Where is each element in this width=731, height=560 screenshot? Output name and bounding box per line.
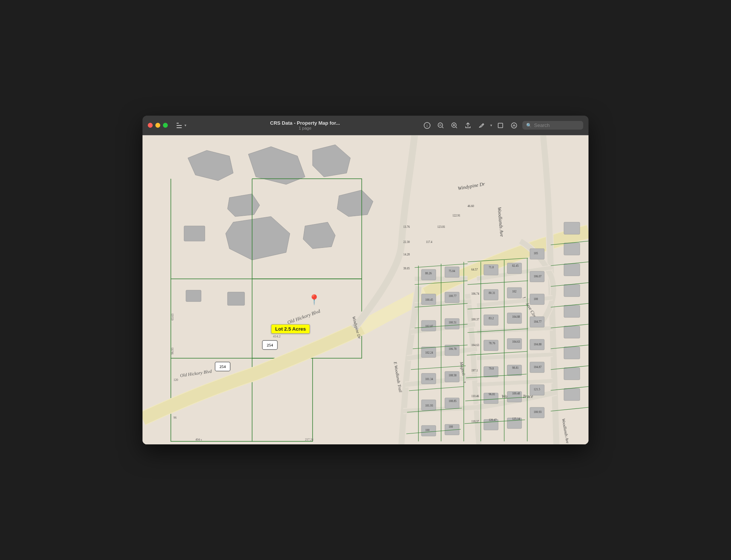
svg-text:80.31: 80.31	[489, 291, 495, 295]
svg-text:106.74: 106.74	[471, 292, 479, 295]
crop-button[interactable]	[495, 120, 506, 131]
minimize-button[interactable]	[155, 123, 160, 128]
svg-text:46.60: 46.60	[468, 204, 474, 208]
svg-text:105: 105	[534, 252, 538, 255]
svg-text:254: 254	[220, 364, 226, 369]
svg-text:96.81: 96.81	[489, 393, 495, 396]
svg-text:254: 254	[267, 343, 273, 347]
svg-text:104.77: 104.77	[534, 320, 542, 323]
svg-text:100.77: 100.77	[449, 294, 457, 298]
info-icon: i	[424, 122, 431, 129]
svg-rect-20	[184, 226, 205, 241]
svg-text:108.85: 108.85	[449, 399, 457, 403]
svg-text:100.37: 100.37	[471, 318, 479, 321]
svg-text:98.81: 98.81	[512, 366, 519, 370]
close-button[interactable]	[148, 123, 153, 128]
markup-icon	[511, 122, 517, 129]
svg-text:63.63: 63.63	[171, 314, 174, 320]
svg-text:100.51: 100.51	[449, 321, 457, 324]
svg-text:i: i	[427, 124, 428, 128]
svg-rect-103	[564, 388, 580, 401]
svg-text:414.2: 414.2	[273, 334, 280, 338]
svg-text:100.45: 100.45	[425, 298, 433, 302]
svg-rect-98	[564, 285, 580, 297]
pen-chevron-icon[interactable]: ▾	[490, 123, 492, 127]
map-svg: 254 254 Windypine Dr	[142, 135, 589, 444]
search-bar[interactable]: 🔍	[522, 121, 583, 130]
svg-text:102.24: 102.24	[425, 351, 433, 354]
svg-text:104.63: 104.63	[471, 343, 479, 347]
svg-text:100.93: 100.93	[534, 410, 542, 414]
svg-text:100: 100	[425, 429, 430, 432]
svg-text:121.5: 121.5	[534, 388, 540, 391]
svg-rect-21	[186, 290, 201, 302]
svg-text:120: 120	[173, 378, 178, 382]
svg-line-8	[456, 127, 457, 128]
zoom-out-icon	[437, 122, 444, 129]
svg-text:125.14: 125.14	[512, 417, 520, 421]
zoom-out-button[interactable]	[435, 120, 446, 131]
toolbar-icons: i	[422, 120, 583, 131]
traffic-lights	[148, 123, 168, 128]
svg-rect-95	[564, 222, 580, 234]
pen-button[interactable]	[476, 120, 487, 131]
svg-text:80.26: 80.26	[425, 272, 432, 275]
maximize-button[interactable]	[163, 123, 168, 128]
map-container[interactable]: 254 254 Windypine Dr	[142, 135, 589, 444]
svg-text:79.8: 79.8	[489, 367, 494, 370]
svg-text:82.45: 82.45	[512, 264, 519, 268]
svg-rect-22	[228, 292, 245, 305]
svg-text:117.4: 117.4	[426, 240, 432, 244]
zoom-in-button[interactable]	[449, 120, 460, 131]
svg-text:118.37: 118.37	[471, 420, 479, 423]
svg-text:106.07: 106.07	[534, 275, 542, 278]
title-area: CRS Data - Property Map for... 1 page	[193, 120, 417, 130]
svg-text:104.88: 104.88	[512, 315, 520, 319]
sidebar-icon	[177, 123, 183, 128]
pen-icon	[478, 122, 485, 129]
svg-text:104.63: 104.63	[512, 340, 520, 343]
svg-rect-96	[564, 243, 580, 255]
svg-text:71.0: 71.0	[489, 266, 494, 269]
svg-text:106.78: 106.78	[449, 347, 457, 351]
window-subtitle: 1 page	[299, 126, 311, 130]
svg-text:104.88: 104.88	[534, 343, 542, 346]
svg-text:96.93: 96.93	[171, 348, 174, 354]
svg-rect-100	[564, 326, 580, 338]
markup-button[interactable]	[509, 120, 519, 131]
chevron-down-icon: ▾	[184, 123, 186, 127]
svg-text:100: 100	[449, 425, 453, 429]
svg-text:104.87: 104.87	[534, 365, 542, 369]
svg-text:64.57: 64.57	[471, 268, 478, 271]
svg-text:123.81: 123.81	[437, 225, 445, 229]
svg-rect-102	[564, 368, 580, 380]
svg-text:100: 100	[534, 297, 538, 301]
svg-text:109.48: 109.48	[512, 392, 520, 395]
svg-rect-99	[564, 305, 580, 317]
svg-text:📍: 📍	[308, 294, 321, 306]
crop-icon	[497, 122, 504, 129]
search-input[interactable]	[534, 122, 579, 128]
zoom-in-icon	[451, 122, 458, 129]
svg-text:78.76: 78.76	[489, 342, 495, 345]
share-button[interactable]	[463, 120, 473, 131]
svg-text:75.04: 75.04	[449, 269, 455, 273]
sidebar-bar-2	[177, 125, 182, 126]
svg-text:404 s: 404 s	[195, 438, 202, 441]
svg-text:14.28: 14.28	[403, 253, 410, 256]
svg-point-11	[511, 123, 517, 128]
sidebar-bar-1	[177, 123, 179, 124]
info-button[interactable]: i	[422, 120, 432, 131]
window-title: CRS Data - Property Map for...	[270, 120, 340, 126]
svg-text:108.58: 108.58	[449, 374, 457, 377]
svg-line-4	[442, 127, 443, 128]
svg-text:217.24: 217.24	[305, 438, 313, 441]
lot-label: Lot 2.5 Acres	[271, 324, 310, 334]
svg-text:101.93: 101.93	[425, 404, 433, 407]
svg-text:102: 102	[512, 290, 517, 293]
search-icon: 🔍	[526, 123, 532, 128]
sidebar-toggle-button[interactable]: ▾	[175, 122, 188, 129]
svg-rect-101	[564, 347, 580, 359]
svg-rect-97	[564, 264, 580, 276]
svg-text:110.46: 110.46	[471, 394, 479, 398]
